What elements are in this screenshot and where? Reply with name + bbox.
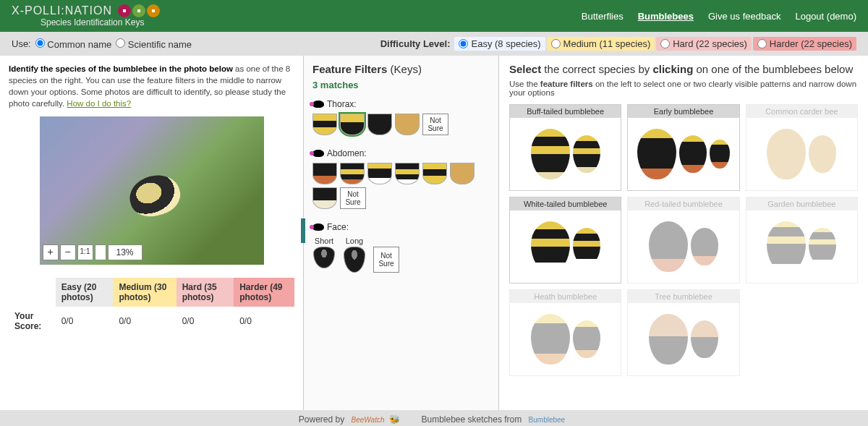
score-col-easy: Easy (20 photos) xyxy=(56,278,114,307)
sketch-source-logo: Bumblebee xyxy=(524,415,570,425)
bee-illustration xyxy=(649,221,688,272)
abdomen-not-sure[interactable]: Not Sure xyxy=(340,187,366,209)
species-card[interactable]: Common carder bee xyxy=(746,104,858,191)
bee-illustration xyxy=(691,320,718,358)
abdomen-swatch-3[interactable] xyxy=(367,163,392,184)
abdomen-swatch-5[interactable] xyxy=(422,163,447,184)
species-illustration xyxy=(628,303,739,375)
nav-feedback[interactable]: Give us feedback xyxy=(708,11,780,22)
difficulty-medium-radio[interactable] xyxy=(551,39,561,48)
difficulty-easy-text: Easy (8 species) xyxy=(471,38,540,49)
score-harder: 0/0 xyxy=(234,307,294,336)
nav-bumblebees[interactable]: Bumblebees xyxy=(638,11,694,22)
use-common-text: Common name xyxy=(47,39,111,50)
species-title-b1: Select xyxy=(509,63,541,75)
species-title-b2: clicking xyxy=(652,63,693,75)
score-easy: 0/0 xyxy=(56,307,114,336)
nav-butterflies[interactable]: Butterflies xyxy=(582,11,624,22)
face-long-col: Long xyxy=(343,237,366,273)
score-medium: 0/0 xyxy=(113,307,176,336)
instructions-bold: Identify the species of the bumblebee in… xyxy=(9,64,233,73)
abdomen-label: Abdomen: xyxy=(312,148,490,158)
species-card[interactable]: Early bumblebee xyxy=(627,104,739,191)
matches-count: 3 matches xyxy=(312,80,490,90)
bee-illustration xyxy=(809,135,836,173)
species-card[interactable]: Heath bumblebee xyxy=(509,289,621,376)
score-header-row: Easy (20 photos) Medium (30 photos) Hard… xyxy=(9,278,294,307)
difficulty-hard[interactable]: Hard (22 species) xyxy=(656,37,752,51)
abdomen-swatch-1[interactable] xyxy=(312,163,337,184)
species-name: Early bumblebee xyxy=(628,105,739,118)
zoom-in-button[interactable]: + xyxy=(43,244,59,260)
use-block: Use: Common name Scientific name xyxy=(12,38,192,50)
abdomen-swatch-4[interactable] xyxy=(395,163,420,184)
specimen-photo[interactable] xyxy=(40,116,264,265)
species-illustration xyxy=(510,210,621,283)
thorax-swatches: Not Sure xyxy=(312,114,490,135)
abdomen-swatch-7[interactable] xyxy=(312,187,337,209)
top-strip: Use: Common name Scientific name Difficu… xyxy=(0,32,868,56)
use-label: Use: xyxy=(12,38,31,49)
bee-illustration xyxy=(531,129,570,179)
difficulty-harder[interactable]: Harder (22 species) xyxy=(753,37,856,51)
use-scientific-option[interactable]: Scientific name xyxy=(116,38,192,50)
species-card[interactable]: White-tailed bumblebee xyxy=(509,197,621,284)
powered-by: Powered by BeeWatch🐝 xyxy=(299,414,400,425)
species-sub-b: feature filters xyxy=(540,80,593,88)
use-common-option[interactable]: Common name xyxy=(35,38,112,50)
panel-drag-handle[interactable] xyxy=(301,218,305,243)
difficulty-easy[interactable]: Easy (8 species) xyxy=(454,37,545,51)
score-value-row: Your Score: 0/0 0/0 0/0 0/0 xyxy=(9,307,294,336)
bee-illustration xyxy=(649,314,688,365)
nav-logout[interactable]: Logout (demo) xyxy=(795,11,856,22)
difficulty-harder-radio[interactable] xyxy=(757,39,767,48)
score-col-medium: Medium (30 photos) xyxy=(113,278,176,307)
species-name: Common carder bee xyxy=(746,105,857,118)
species-panel: Select the correct species by clicking o… xyxy=(499,56,868,410)
face-swatches: Short Long Not Sure xyxy=(312,237,490,273)
thorax-swatch-4[interactable] xyxy=(395,114,420,135)
thorax-not-sure[interactable]: Not Sure xyxy=(422,114,448,135)
how-do-i-link[interactable]: How do I do this? xyxy=(67,99,131,108)
zoom-box-button[interactable] xyxy=(95,244,106,260)
zoom-out-button[interactable]: − xyxy=(60,244,76,260)
powered-text: Powered by xyxy=(299,414,344,425)
thorax-swatch-1[interactable] xyxy=(312,114,337,135)
face-short-swatch[interactable] xyxy=(313,247,335,268)
abdomen-swatch-2[interactable] xyxy=(340,163,365,184)
species-name: White-tailed bumblebee xyxy=(510,197,621,210)
face-long-swatch[interactable] xyxy=(344,247,365,273)
species-card[interactable]: Garden bumblebee xyxy=(746,197,858,284)
species-card[interactable]: Red-tailed bumblebee xyxy=(627,197,739,284)
species-subtitle: Use the feature filters on the left to s… xyxy=(509,80,858,97)
logo-text: X-POLLI:NATION xyxy=(12,4,112,17)
difficulty-medium[interactable]: Medium (11 species) xyxy=(547,37,655,51)
abdomen-filter-group: Abdomen: Not Sure xyxy=(312,148,490,209)
score-col-hard: Hard (35 photos) xyxy=(176,278,234,307)
abdomen-swatch-6[interactable] xyxy=(450,163,475,184)
use-scientific-radio[interactable] xyxy=(116,38,125,48)
face-not-sure[interactable]: Not Sure xyxy=(373,247,399,273)
thorax-text: Thorax: xyxy=(327,99,357,109)
thorax-filter-group: Thorax: Not Sure xyxy=(312,99,490,135)
heart-icon xyxy=(118,4,131,17)
species-illustration xyxy=(628,210,739,283)
zoom-fit-button[interactable]: 1:1 xyxy=(77,244,93,260)
species-illustration xyxy=(510,118,621,190)
difficulty-label: Difficulty Level: xyxy=(380,38,451,49)
bee-illustration xyxy=(637,129,676,179)
difficulty-easy-radio[interactable] xyxy=(459,39,468,48)
subtitle: Species Identification Keys xyxy=(41,17,160,27)
thorax-swatch-3[interactable] xyxy=(367,114,392,135)
bee-icon xyxy=(147,4,160,17)
species-card[interactable]: Tree bumblebee xyxy=(627,289,739,376)
ff-title-bold: Feature Filters xyxy=(312,63,387,75)
bee-illustration xyxy=(767,129,806,179)
thorax-swatch-2[interactable] xyxy=(340,114,365,135)
difficulty-hard-radio[interactable] xyxy=(660,39,670,48)
use-common-radio[interactable] xyxy=(35,38,45,48)
difficulty-block: Difficulty Level: Easy (8 species) Mediu… xyxy=(380,37,856,51)
bee-part-icon xyxy=(312,101,324,108)
species-card[interactable]: Buff-tailed bumblebee xyxy=(509,104,621,191)
left-panel: Identify the species of the bumblebee in… xyxy=(0,56,304,410)
